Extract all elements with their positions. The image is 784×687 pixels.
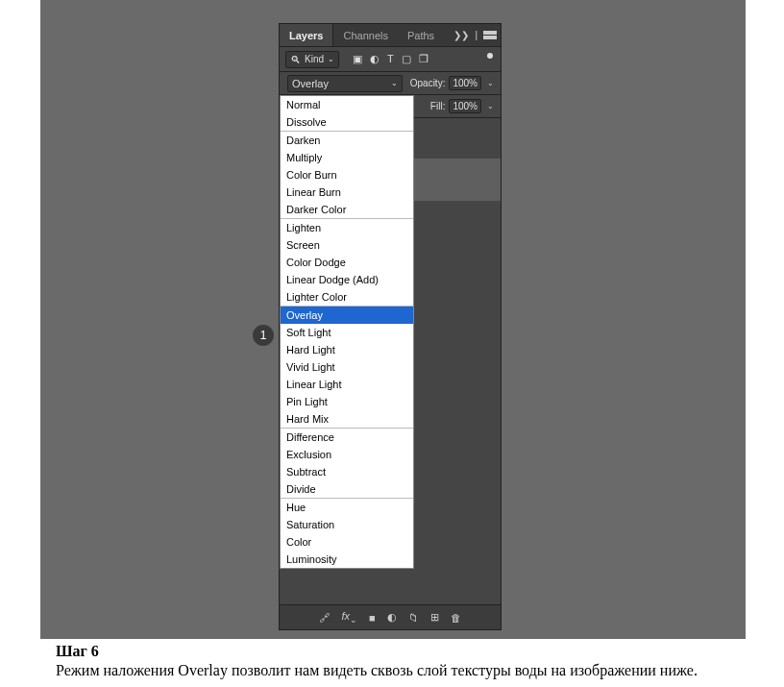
blend-option-lighten[interactable]: Lighten [281, 219, 413, 236]
blend-option-luminosity[interactable]: Luminosity [281, 551, 413, 568]
adjustment-icon[interactable]: ◐ [387, 611, 397, 624]
chevron-down-icon[interactable]: ⌄ [485, 102, 495, 110]
blend-mode-select[interactable]: Overlay ⌄ [287, 75, 403, 92]
kind-label: Kind [305, 54, 324, 64]
blend-option-linear-light[interactable]: Linear Light [281, 376, 413, 393]
blend-option-darker-color[interactable]: Darker Color [281, 201, 413, 218]
chevron-down-icon: ⌄ [391, 79, 398, 87]
filter-type-icon[interactable]: T [387, 53, 394, 65]
filter-smart-icon[interactable]: ❐ [419, 53, 429, 65]
fill-value[interactable]: 100% [449, 99, 481, 113]
caption-text: Режим наложения Overlay позволит нам вид… [56, 662, 698, 678]
collapse-icon[interactable]: ❯❯ [453, 30, 469, 40]
caption-title: Шаг 6 [56, 643, 99, 659]
blend-option-screen[interactable]: Screen [281, 236, 413, 254]
group-icon[interactable]: 📁︎ [408, 612, 419, 624]
opacity-label: Opacity: [410, 78, 446, 88]
blend-row: Overlay ⌄ Opacity: 100% ⌄ [280, 72, 501, 95]
blend-option-exclusion[interactable]: Exclusion [281, 446, 413, 463]
divider-icon: | [475, 30, 478, 40]
new-layer-icon[interactable]: ⊞ [430, 611, 439, 624]
blend-option-overlay[interactable]: Overlay [281, 307, 413, 324]
blend-option-linear-burn[interactable]: Linear Burn [281, 184, 413, 201]
blend-option-hard-mix[interactable]: Hard Mix [281, 410, 413, 428]
blend-option-saturation[interactable]: Saturation [281, 516, 413, 533]
filter-shape-icon[interactable]: ▢ [402, 53, 411, 65]
mask-icon[interactable]: ■ [369, 612, 376, 624]
tab-channels[interactable]: Channels [333, 24, 397, 46]
blend-option-soft-light[interactable]: Soft Light [281, 324, 413, 341]
blend-option-normal[interactable]: Normal [281, 96, 413, 113]
blend-mode-value: Overlay [292, 78, 329, 89]
blend-option-color-burn[interactable]: Color Burn [281, 166, 413, 184]
kind-select[interactable]: 🔍︎ Kind ⌄ [285, 51, 339, 68]
blend-option-color[interactable]: Color [281, 533, 413, 551]
fx-icon[interactable]: fx⌄ [341, 610, 357, 625]
filter-icons: ▣ ◐ T ▢ ❐ [353, 53, 429, 65]
opacity-value[interactable]: 100% [449, 76, 481, 90]
panel-menu-icon[interactable] [483, 30, 497, 41]
filter-adjustment-icon[interactable]: ◐ [370, 53, 380, 65]
blend-option-multiply[interactable]: Multiply [281, 149, 413, 166]
blend-option-hard-light[interactable]: Hard Light [281, 341, 413, 358]
blend-option-hue[interactable]: Hue [281, 499, 413, 516]
blend-option-vivid-light[interactable]: Vivid Light [281, 358, 413, 376]
filter-pixel-icon[interactable]: ▣ [353, 53, 362, 65]
chevron-down-icon[interactable]: ⌄ [485, 79, 495, 87]
filter-toggle-icon[interactable] [487, 53, 493, 59]
step-marker: 1 [253, 325, 274, 346]
link-icon[interactable]: 🔗︎ [319, 612, 330, 624]
blend-option-subtract[interactable]: Subtract [281, 463, 413, 480]
tab-layers[interactable]: Layers [280, 24, 333, 46]
blend-mode-dropdown[interactable]: Normal Dissolve Darken Multiply Color Bu… [280, 95, 414, 569]
tab-paths[interactable]: Paths [398, 24, 444, 46]
search-icon: 🔍︎ [290, 54, 301, 65]
caption: Шаг 6 Режим наложения Overlay позволит н… [56, 642, 698, 680]
layers-panel: Layers Channels Paths ❯❯ | 🔍︎ Kind ⌄ ▣ ◐… [279, 23, 502, 630]
blend-option-color-dodge[interactable]: Color Dodge [281, 254, 413, 271]
blend-option-divide[interactable]: Divide [281, 480, 413, 498]
blend-option-linear-dodge[interactable]: Linear Dodge (Add) [281, 271, 413, 288]
fill-label: Fill: [430, 101, 446, 111]
filter-row: 🔍︎ Kind ⌄ ▣ ◐ T ▢ ❐ [280, 47, 501, 72]
blend-option-darken[interactable]: Darken [281, 132, 413, 149]
blend-option-pin-light[interactable]: Pin Light [281, 393, 413, 410]
blend-option-dissolve[interactable]: Dissolve [281, 113, 413, 131]
layers-footer: 🔗︎ fx⌄ ■ ◐ 📁︎ ⊞ 🗑︎ [280, 604, 501, 629]
trash-icon[interactable]: 🗑︎ [451, 612, 461, 624]
chevron-down-icon: ⌄ [328, 55, 334, 63]
panel-tabs: Layers Channels Paths ❯❯ | [280, 24, 501, 47]
blend-option-lighter-color[interactable]: Lighter Color [281, 288, 413, 306]
blend-option-difference[interactable]: Difference [281, 429, 413, 446]
